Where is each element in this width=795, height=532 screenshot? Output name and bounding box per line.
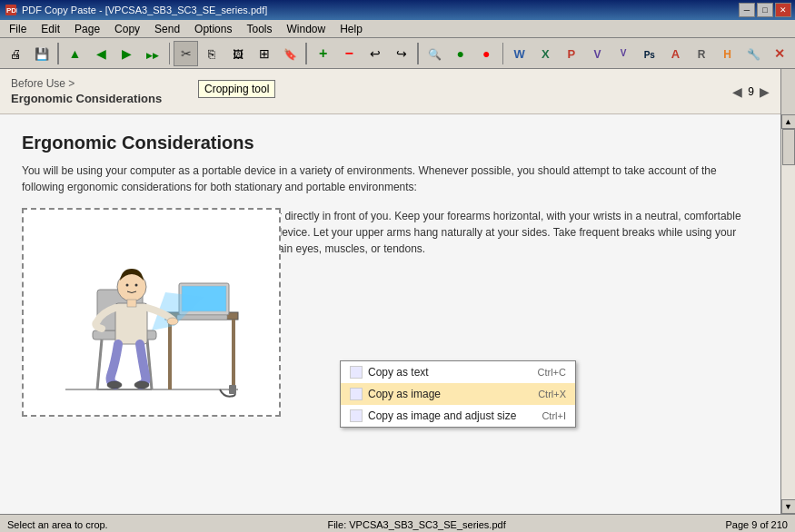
title-bar: PDF PDF Copy Paste - [VPCSA3_SB3_SC3_SE_… xyxy=(0,0,795,20)
ctx-copy-image-shortcut: Ctrl+X xyxy=(538,389,566,399)
print-icon xyxy=(10,46,22,61)
acro-button[interactable] xyxy=(663,41,688,66)
page-navigation: ◀ 9 ▶ xyxy=(732,84,770,99)
scroll-up-button[interactable]: ▲ xyxy=(781,114,796,129)
acro-icon xyxy=(671,46,680,61)
svg-rect-23 xyxy=(229,385,236,394)
html-icon xyxy=(723,46,731,61)
word-button[interactable] xyxy=(507,41,532,66)
circle-red-icon xyxy=(482,46,490,61)
bookmark-icon xyxy=(283,46,297,61)
ctx-copy-image-adjust-shortcut: Ctrl+I xyxy=(542,410,566,421)
zoom-out-button[interactable] xyxy=(337,41,362,66)
circle-green-button[interactable] xyxy=(448,41,472,66)
menu-tools[interactable]: Tools xyxy=(239,21,279,37)
next-page-button[interactable]: ▶ xyxy=(760,84,770,99)
tool-button[interactable] xyxy=(741,41,766,66)
prev-page-button[interactable]: ◀ xyxy=(732,84,742,99)
menu-file[interactable]: File xyxy=(2,21,34,37)
breadcrumb: Before Use > Ergonomic Considerations xyxy=(11,77,162,105)
vis2-button[interactable]: V xyxy=(611,41,636,66)
nav-up-button[interactable] xyxy=(63,41,87,66)
red-x-icon xyxy=(774,46,785,61)
copy-icon xyxy=(208,46,215,61)
minimize-button[interactable]: ─ xyxy=(739,3,755,17)
ctx-image-adjust-icon xyxy=(350,409,363,422)
rtf-button[interactable] xyxy=(690,41,714,66)
ps-button[interactable] xyxy=(637,41,661,66)
arrow-left-icon xyxy=(96,46,106,61)
vis-icon xyxy=(594,46,601,61)
svg-point-21 xyxy=(107,381,122,389)
menu-page[interactable]: Page xyxy=(67,21,107,37)
toolbar-separator-1 xyxy=(57,43,59,64)
circle-red-button[interactable] xyxy=(474,41,499,66)
ctx-copy-as-image-adjust[interactable]: Copy as image and adjust size Ctrl+I xyxy=(341,405,575,427)
page-content: Ergonomic Considerations You will be usi… xyxy=(0,114,780,514)
svg-line-11 xyxy=(97,340,102,389)
rtf-icon xyxy=(698,46,706,61)
crop-tooltip: Cropping tool xyxy=(198,80,275,98)
svg-point-22 xyxy=(134,381,149,389)
app-icon: PDF xyxy=(4,3,18,17)
ctx-copy-as-text[interactable]: Copy as text Ctrl+C xyxy=(341,361,575,383)
svg-point-18 xyxy=(134,284,137,287)
image-crop-area[interactable] xyxy=(22,208,281,417)
arrow-right-icon xyxy=(122,46,132,61)
nav-right-button[interactable] xyxy=(114,41,139,66)
person-illustration xyxy=(47,222,256,403)
zoom-icon xyxy=(428,46,442,61)
undo-icon xyxy=(370,46,381,61)
bookmark-button[interactable] xyxy=(278,41,303,66)
ctx-copy-text-shortcut: Ctrl+C xyxy=(538,367,566,378)
close-button[interactable]: ✕ xyxy=(775,3,791,17)
scroll-down-button[interactable]: ▼ xyxy=(781,499,796,514)
breadcrumb-scrollbar xyxy=(780,69,795,114)
menu-send[interactable]: Send xyxy=(147,21,187,37)
ps-icon xyxy=(644,46,655,61)
status-file-text: File: VPCSA3_SB3_SC3_SE_series.pdf xyxy=(327,519,505,530)
menu-options[interactable]: Options xyxy=(187,21,239,37)
word-icon xyxy=(514,46,525,61)
table-button[interactable] xyxy=(252,41,276,66)
toolbar-separator-2 xyxy=(169,43,171,64)
ctx-image-icon xyxy=(350,388,363,400)
copy-button[interactable] xyxy=(200,41,224,66)
ppt-button[interactable] xyxy=(560,41,584,66)
toolbar: V xyxy=(0,38,795,69)
redo-button[interactable] xyxy=(389,41,413,66)
zoom-in-button[interactable] xyxy=(311,41,335,66)
ctx-copy-as-image[interactable]: Copy as image Ctrl+X xyxy=(341,383,575,405)
maximize-button[interactable]: □ xyxy=(757,3,773,17)
ctx-copy-text-label: Copy as text xyxy=(368,366,429,379)
nav-right2-button[interactable] xyxy=(141,41,165,66)
red-x-button[interactable] xyxy=(768,41,792,66)
scroll-thumb[interactable] xyxy=(782,129,795,165)
minus-icon xyxy=(345,45,353,62)
toolbar-separator-4 xyxy=(417,43,419,64)
zoom-button[interactable] xyxy=(422,41,447,66)
toolbar-separator-3 xyxy=(305,43,307,64)
svg-point-17 xyxy=(125,284,128,287)
menu-copy[interactable]: Copy xyxy=(107,21,147,37)
vis-button[interactable] xyxy=(585,41,610,66)
print-button[interactable] xyxy=(4,41,28,66)
undo-button[interactable] xyxy=(363,41,388,66)
toolbar-separator-5 xyxy=(502,43,504,64)
save-button[interactable] xyxy=(30,41,55,66)
html-button[interactable] xyxy=(715,41,740,66)
content-area: Ergonomic Considerations You will be usi… xyxy=(0,114,795,514)
nav-left-button[interactable] xyxy=(89,41,114,66)
image-button[interactable] xyxy=(226,41,251,66)
menu-edit[interactable]: Edit xyxy=(34,21,67,37)
ctx-text-icon xyxy=(350,366,363,379)
right-scrollbar[interactable]: ▲ ▼ xyxy=(780,114,795,514)
crop-button[interactable] xyxy=(174,41,198,66)
excel-button[interactable] xyxy=(533,41,558,66)
svg-rect-19 xyxy=(127,300,136,307)
menu-help[interactable]: Help xyxy=(333,21,370,37)
page-number: 9 xyxy=(748,85,754,98)
window-controls[interactable]: ─ □ ✕ xyxy=(739,3,791,17)
menu-window[interactable]: Window xyxy=(279,21,333,37)
scroll-track xyxy=(781,129,796,499)
